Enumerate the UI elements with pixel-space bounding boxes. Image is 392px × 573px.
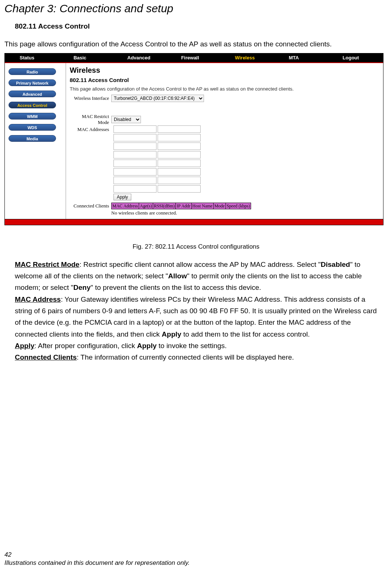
bottom-bar — [5, 219, 383, 225]
chapter-title: Chapter 3: Connections and setup — [4, 2, 388, 15]
clients-col-mac-address: MAC Address — [111, 203, 139, 209]
mac-input-0-0[interactable] — [113, 125, 157, 133]
clients-col-mode: Mode — [214, 203, 226, 209]
admin-content: Wireless 802.11 Access Control This page… — [66, 63, 383, 219]
footer-disclaimer: Illustrations contained in this document… — [4, 559, 190, 567]
connected-clients-header: MAC AddressAge(s)RSSI(dBm)IP AddrHost Na… — [111, 203, 380, 209]
mac-input-2-1[interactable] — [158, 143, 201, 150]
mac-input-5-0[interactable] — [113, 168, 157, 176]
clients-col-host-name: Host Name — [192, 203, 214, 209]
mac-restrict-select[interactable]: Disabled — [111, 116, 141, 123]
sidebar-radio[interactable]: Radio — [9, 68, 56, 75]
sidebar: RadioPrimary NetworkAdvancedAccess Contr… — [5, 63, 66, 219]
mac-restrict-row: MAC Restrict Mode Disabled — [70, 114, 380, 125]
topnav-firewall[interactable]: Firewall — [168, 55, 221, 60]
admin-subheading: 802.11 Access Control — [70, 77, 380, 83]
apply-term: Apply — [15, 342, 34, 350]
clients-col-speed-kbps-: Speed (kbps) — [226, 203, 251, 209]
mac-input-5-1[interactable] — [158, 168, 201, 176]
wireless-interface-select[interactable]: Turbonet2G_ABCD (00:1F:C6:92:AF:E4) — [111, 95, 204, 102]
intro-paragraph: This page allows configuration of the Ac… — [4, 39, 388, 49]
section-title: 802.11 Access Control — [15, 22, 388, 30]
mac-input-3-0[interactable] — [113, 151, 157, 158]
mac-input-3-1[interactable] — [158, 151, 201, 158]
clients-col-rssi-dbm-: RSSI(dBm) — [153, 203, 176, 209]
sidebar-primary-network[interactable]: Primary Network — [9, 79, 56, 86]
admin-heading: Wireless — [70, 66, 380, 75]
admin-desc: This page allows configuration of the Ac… — [70, 86, 380, 92]
mac-input-7-1[interactable] — [158, 185, 201, 193]
clients-col-ip-addr: IP Addr — [176, 203, 191, 209]
connected-clients-row: Connected Clients MAC AddressAge(s)RSSI(… — [70, 203, 380, 216]
sidebar-access-control[interactable]: Access Control — [9, 102, 56, 108]
sidebar-advanced[interactable]: Advanced — [9, 91, 56, 97]
mac-input-6-0[interactable] — [113, 177, 157, 184]
no-clients-msg: No wireless clients are connected. — [111, 210, 380, 216]
mac-address-term: MAC Address — [15, 295, 61, 303]
sidebar-wds[interactable]: WDS — [9, 124, 56, 131]
top-nav-bar: StatusBasicAdvancedFirewallWirelessMTALo… — [5, 53, 383, 63]
apply-button[interactable]: Apply — [113, 194, 131, 200]
mac-input-2-0[interactable] — [113, 143, 157, 150]
mac-input-6-1[interactable] — [158, 177, 201, 184]
sidebar-media[interactable]: Media — [9, 135, 56, 142]
mac-restrict-label: MAC Restrict Mode — [70, 114, 111, 125]
page-footer: 42 Illustrations contained in this docum… — [4, 551, 190, 567]
mac-addresses-label: MAC Addresses — [70, 127, 111, 132]
mac-input-1-0[interactable] — [113, 134, 157, 141]
mac-input-1-1[interactable] — [158, 134, 201, 141]
router-admin-screenshot: StatusBasicAdvancedFirewallWirelessMTALo… — [4, 53, 383, 225]
clients-col-age-s-: Age(s) — [139, 203, 153, 209]
figure-caption: Fig. 27: 802.11 Access Control configura… — [4, 243, 388, 251]
mac-input-4-0[interactable] — [113, 160, 157, 167]
mac-input-4-1[interactable] — [158, 160, 201, 167]
mac-input-0-1[interactable] — [158, 125, 201, 133]
mac-input-7-0[interactable] — [113, 185, 157, 193]
wireless-interface-row: Wireless Interface Turbonet2G_ABCD (00:1… — [70, 95, 380, 102]
wireless-interface-label: Wireless Interface — [70, 95, 111, 101]
connected-clients-term: Connected Clients — [15, 353, 77, 361]
topnav-status[interactable]: Status — [5, 55, 60, 60]
connected-clients-label: Connected Clients — [70, 203, 111, 209]
topnav-wireless[interactable]: Wireless — [222, 55, 276, 60]
sidebar-wmm[interactable]: WMM — [9, 113, 56, 119]
body-text: MAC Restrict Mode: Restrict specific cli… — [15, 259, 377, 363]
topnav-advanced[interactable]: Advanced — [114, 55, 168, 60]
mac-address-grid — [113, 125, 380, 193]
topnav-mta[interactable]: MTA — [276, 55, 329, 60]
topnav-basic[interactable]: Basic — [60, 55, 114, 60]
topnav-logout[interactable]: Logout — [329, 55, 383, 60]
page-number: 42 — [4, 551, 190, 559]
mac-restrict-term: MAC Restrict Mode — [15, 261, 79, 268]
